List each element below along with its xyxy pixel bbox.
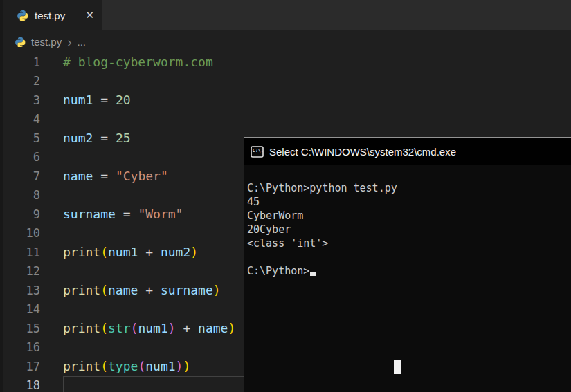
code-token: surname <box>161 283 213 297</box>
code-token: + <box>176 321 199 335</box>
line-number: 3 <box>0 93 40 107</box>
line-number: 18 <box>0 378 40 392</box>
code-token: name <box>63 169 93 183</box>
tab-test-py[interactable]: test.py ✕ <box>3 0 102 30</box>
cmd-titlebar[interactable]: C:\. Select C:\WINDOWS\system32\cmd.exe <box>244 138 571 165</box>
breadcrumb-file[interactable]: test.py <box>31 36 62 48</box>
code-token: "Worm" <box>138 207 183 221</box>
cmd-console[interactable]: C:\Python>python test.py45CyberWorm20Cyb… <box>244 165 571 278</box>
code-token: str <box>108 321 131 335</box>
code-token: print <box>63 283 100 297</box>
code-token: ( <box>100 245 108 259</box>
code-token: print <box>63 245 100 259</box>
cmd-window: C:\. Select C:\WINDOWS\system32\cmd.exe … <box>244 137 571 392</box>
code-token: = <box>93 93 116 107</box>
code-line[interactable]: 4 <box>0 110 571 129</box>
code-token: name <box>108 283 138 297</box>
tab-label: test.py <box>35 10 65 21</box>
code-token: ( <box>131 321 138 335</box>
console-cursor <box>310 272 316 276</box>
code-text[interactable] <box>63 72 571 91</box>
line-number: 14 <box>0 302 40 316</box>
code-text[interactable] <box>63 110 571 129</box>
code-token: 20 <box>116 93 131 107</box>
code-line[interactable]: 3num1 = 20 <box>0 91 571 110</box>
window-left-edge <box>0 0 3 392</box>
breadcrumb: test.py › ... <box>3 30 255 53</box>
tab-bar: test.py ✕ <box>0 0 571 30</box>
code-token: = <box>116 207 138 221</box>
line-number: 1 <box>0 55 40 69</box>
line-number: 5 <box>0 131 40 145</box>
code-token: name <box>198 321 228 335</box>
line-number: 16 <box>0 340 40 354</box>
line-number: 15 <box>0 321 40 335</box>
console-output: C:\Python>python test.py45CyberWorm20Cyb… <box>247 181 571 264</box>
svg-text:C:\.: C:\. <box>253 148 264 153</box>
code-token: type <box>108 359 138 373</box>
code-token: num2 <box>161 245 190 259</box>
code-token: + <box>138 245 161 259</box>
console-prompt: C:\Python> <box>247 265 309 277</box>
console-line: 20Cyber <box>247 223 571 236</box>
line-number: 17 <box>0 360 40 373</box>
line-number: 10 <box>0 226 40 240</box>
line-number: 7 <box>0 169 40 183</box>
code-token: + <box>138 283 161 297</box>
vscode-window: test.py ✕ test.py › ... 1# blog-cyberwor… <box>0 0 571 392</box>
console-line: <class 'int'> <box>247 236 571 250</box>
code-token: num1 <box>63 93 93 107</box>
code-token: num1 <box>145 359 175 373</box>
code-line[interactable]: 2 <box>0 72 571 91</box>
code-token: surname <box>63 207 116 221</box>
line-number: 11 <box>0 245 40 259</box>
python-icon <box>17 10 28 21</box>
console-mouse-highlight <box>394 360 401 374</box>
code-token: print <box>63 321 100 335</box>
code-token: ( <box>100 321 108 335</box>
code-token: ( <box>100 283 108 297</box>
code-text[interactable]: num1 = 20 <box>63 91 571 110</box>
code-token: ) <box>168 321 176 335</box>
code-token: print <box>63 359 100 373</box>
console-line: CyberWorm <box>247 209 571 223</box>
code-token: num1 <box>138 321 167 335</box>
console-prompt-line: C:\Python> <box>247 264 571 278</box>
code-token: ) <box>213 283 221 297</box>
python-icon <box>15 37 26 47</box>
breadcrumb-ellipsis[interactable]: ... <box>78 36 87 48</box>
line-number: 9 <box>0 207 40 221</box>
tab-close-icon[interactable]: ✕ <box>85 9 94 21</box>
line-number: 12 <box>0 264 40 278</box>
breadcrumb-chevron-icon: › <box>67 37 71 47</box>
code-line[interactable]: 1# blog-cyberworm.com <box>0 53 571 72</box>
code-token: num1 <box>108 245 138 259</box>
code-token: ) <box>183 359 190 373</box>
cmd-title: Select C:\WINDOWS\system32\cmd.exe <box>269 146 456 158</box>
code-token: ) <box>228 321 235 335</box>
code-token: ( <box>138 359 145 373</box>
line-number: 8 <box>0 188 40 202</box>
code-token: = <box>93 169 116 183</box>
line-number: 2 <box>0 74 40 88</box>
code-token: ) <box>176 359 183 373</box>
code-token: ) <box>190 245 198 259</box>
code-token: = <box>93 131 116 145</box>
console-line: 45 <box>247 195 571 209</box>
console-line <box>247 250 571 264</box>
code-token: # blog-cyberworm.com <box>63 55 213 69</box>
code-token: num2 <box>63 131 93 145</box>
cmd-icon[interactable]: C:\. <box>251 146 264 158</box>
code-token: ( <box>100 359 108 373</box>
line-number: 6 <box>0 150 40 164</box>
code-token: 25 <box>116 131 131 145</box>
code-text[interactable]: # blog-cyberworm.com <box>63 53 571 72</box>
line-number: 4 <box>0 112 40 126</box>
console-line: C:\Python>python test.py <box>247 181 571 195</box>
code-token: "Cyber" <box>116 169 168 183</box>
line-number: 13 <box>0 283 40 297</box>
